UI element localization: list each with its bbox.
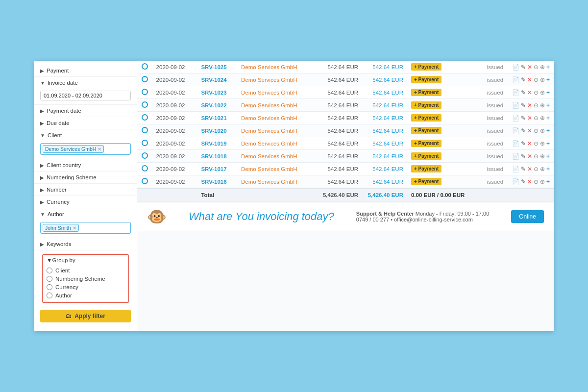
delete-icon[interactable]: ✕ xyxy=(527,140,532,147)
delete-icon[interactable]: ✕ xyxy=(527,178,532,185)
download-icon[interactable]: ⊙ xyxy=(534,115,539,122)
delete-icon[interactable]: ✕ xyxy=(527,102,532,109)
document-icon[interactable]: 📄 xyxy=(512,127,519,134)
share-icon[interactable]: ⊕ xyxy=(540,76,545,83)
share-icon[interactable]: ⊕ xyxy=(540,140,545,147)
row-select-radio[interactable] xyxy=(142,127,148,133)
row-invoice[interactable]: SRV-1017 xyxy=(197,163,237,175)
filter-numbering-header[interactable]: ▶ Numbering Scheme xyxy=(34,172,137,183)
group-by-client-radio[interactable] xyxy=(47,268,52,273)
share-icon[interactable]: ⊕ xyxy=(540,102,545,109)
document-icon[interactable]: 📄 xyxy=(512,76,519,83)
filter-keywords-header[interactable]: ▶ Keywords xyxy=(34,238,137,250)
row-invoice[interactable]: SRV-1023 xyxy=(197,86,237,99)
delete-icon[interactable]: ✕ xyxy=(527,115,532,122)
filter-client-country-header[interactable]: ▶ Client country xyxy=(34,159,137,171)
row-payment-badge[interactable]: + Payment xyxy=(407,124,447,137)
edit-icon[interactable]: ✎ xyxy=(521,64,526,71)
add-icon[interactable]: + xyxy=(546,102,550,109)
client-tag-input[interactable]: Demo Services GmbH ✕ xyxy=(40,143,131,155)
row-client[interactable]: Demo Services GmbH xyxy=(237,74,317,86)
download-icon[interactable]: ⊙ xyxy=(534,76,539,83)
add-icon[interactable]: + xyxy=(546,140,550,147)
document-icon[interactable]: 📄 xyxy=(512,89,519,96)
share-icon[interactable]: ⊕ xyxy=(540,153,545,160)
client-tag-remove[interactable]: ✕ xyxy=(98,147,101,152)
share-icon[interactable]: ⊕ xyxy=(540,64,545,71)
row-invoice[interactable]: SRV-1025 xyxy=(197,61,237,74)
row-client[interactable]: Demo Services GmbH xyxy=(237,163,317,175)
row-select-radio[interactable] xyxy=(142,114,148,121)
edit-icon[interactable]: ✎ xyxy=(521,166,526,172)
document-icon[interactable]: 📄 xyxy=(512,178,519,185)
filter-payment-header[interactable]: ▶ Payment xyxy=(34,65,137,76)
add-icon[interactable]: + xyxy=(546,127,550,134)
group-by-currency-radio[interactable] xyxy=(47,284,52,290)
group-by-author-radio[interactable] xyxy=(47,293,52,298)
row-payment-badge[interactable]: + Payment xyxy=(407,150,447,163)
share-icon[interactable]: ⊕ xyxy=(540,89,545,96)
row-client[interactable]: Demo Services GmbH xyxy=(237,137,317,150)
row-invoice[interactable]: SRV-1024 xyxy=(197,74,237,86)
row-client[interactable]: Demo Services GmbH xyxy=(237,175,317,189)
document-icon[interactable]: 📄 xyxy=(512,115,519,122)
delete-icon[interactable]: ✕ xyxy=(527,153,532,160)
row-client[interactable]: Demo Services GmbH xyxy=(237,86,317,99)
row-payment-badge[interactable]: + Payment xyxy=(407,86,447,99)
download-icon[interactable]: ⊙ xyxy=(534,140,539,147)
author-tag-input[interactable]: John Smith ✕ xyxy=(40,222,131,234)
row-invoice[interactable]: SRV-1016 xyxy=(197,175,237,189)
add-icon[interactable]: + xyxy=(546,89,550,96)
row-invoice[interactable]: SRV-1020 xyxy=(197,124,237,137)
share-icon[interactable]: ⊕ xyxy=(540,127,545,134)
share-icon[interactable]: ⊕ xyxy=(540,178,545,185)
share-icon[interactable]: ⊕ xyxy=(540,166,545,172)
row-client[interactable]: Demo Services GmbH xyxy=(237,99,317,112)
row-payment-badge[interactable]: + Payment xyxy=(407,137,447,150)
add-icon[interactable]: + xyxy=(546,64,550,71)
edit-icon[interactable]: ✎ xyxy=(521,76,526,83)
row-select-radio[interactable] xyxy=(142,140,148,146)
group-by-currency[interactable]: Currency xyxy=(47,284,124,290)
row-invoice[interactable]: SRV-1021 xyxy=(197,112,237,124)
row-payment-badge[interactable]: + Payment xyxy=(407,175,447,189)
row-payment-badge[interactable]: + Payment xyxy=(407,74,447,86)
document-icon[interactable]: 📄 xyxy=(512,102,519,109)
row-select-radio[interactable] xyxy=(142,165,148,172)
row-client[interactable]: Demo Services GmbH xyxy=(237,124,317,137)
filter-number-header[interactable]: ▶ Number xyxy=(34,184,137,196)
add-icon[interactable]: + xyxy=(546,166,550,172)
filter-invoice-date-header[interactable]: ▼ Invoice date xyxy=(34,77,137,89)
delete-icon[interactable]: ✕ xyxy=(527,89,532,96)
group-by-numbering-radio[interactable] xyxy=(47,276,52,282)
row-invoice[interactable]: SRV-1022 xyxy=(197,99,237,112)
download-icon[interactable]: ⊙ xyxy=(534,153,539,160)
document-icon[interactable]: 📄 xyxy=(512,153,519,160)
download-icon[interactable]: ⊙ xyxy=(534,102,539,109)
row-select-radio[interactable] xyxy=(142,152,148,159)
share-icon[interactable]: ⊕ xyxy=(540,115,545,122)
row-payment-badge[interactable]: + Payment xyxy=(407,61,447,74)
row-select-radio[interactable] xyxy=(142,89,148,95)
edit-icon[interactable]: ✎ xyxy=(521,127,526,134)
group-by-numbering[interactable]: Numbering Scheme xyxy=(47,276,124,282)
row-invoice[interactable]: SRV-1019 xyxy=(197,137,237,150)
filter-currency-header[interactable]: ▶ Currency xyxy=(34,196,137,208)
edit-icon[interactable]: ✎ xyxy=(521,89,526,96)
delete-icon[interactable]: ✕ xyxy=(527,127,532,134)
row-select-radio[interactable] xyxy=(142,101,148,108)
edit-icon[interactable]: ✎ xyxy=(521,178,526,185)
edit-icon[interactable]: ✎ xyxy=(521,153,526,160)
download-icon[interactable]: ⊙ xyxy=(534,166,539,172)
row-invoice[interactable]: SRV-1018 xyxy=(197,150,237,163)
row-payment-badge[interactable]: + Payment xyxy=(407,112,447,124)
row-select-radio[interactable] xyxy=(142,76,148,82)
document-icon[interactable]: 📄 xyxy=(512,140,519,147)
row-payment-badge[interactable]: + Payment xyxy=(407,99,447,112)
group-by-client[interactable]: Client xyxy=(47,268,124,273)
row-client[interactable]: Demo Services GmbH xyxy=(237,150,317,163)
delete-icon[interactable]: ✕ xyxy=(527,166,532,172)
author-tag-remove[interactable]: ✕ xyxy=(73,225,76,231)
add-icon[interactable]: + xyxy=(546,153,550,160)
add-icon[interactable]: + xyxy=(546,76,550,83)
